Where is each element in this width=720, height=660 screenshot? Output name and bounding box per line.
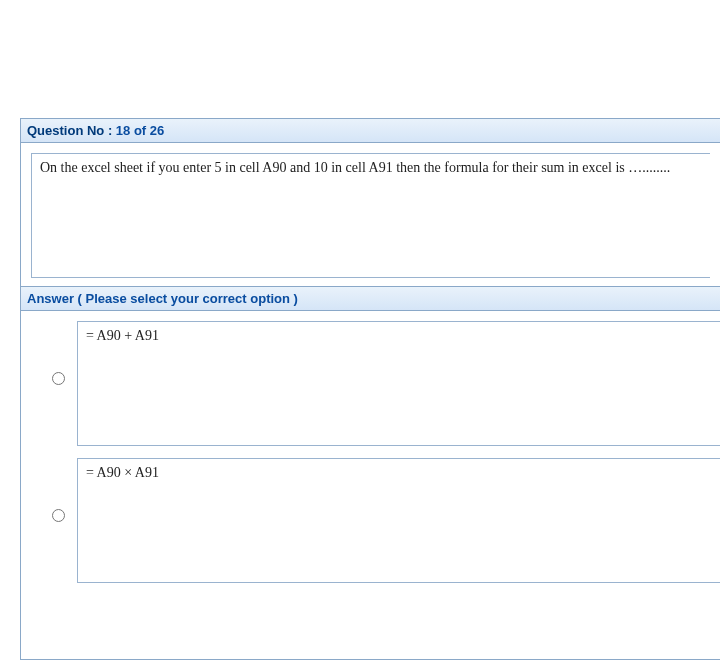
option-radio-2[interactable] [52,509,65,522]
question-text-box: On the excel sheet if you enter 5 in cel… [31,153,710,278]
option-radio-1[interactable] [52,372,65,385]
option-row: = A90 + A91 [37,321,720,446]
question-progress: 18 of 26 [116,123,164,138]
main-panel: Question No : 18 of 26 On the excel shee… [20,118,720,660]
option-text: = A90 × A91 [86,465,159,480]
question-text: On the excel sheet if you enter 5 in cel… [40,160,670,175]
option-row: = A90 × A91 [37,458,720,583]
question-header-label: Question No : [27,123,112,138]
option-box[interactable]: = A90 + A91 [77,321,720,446]
answer-header: Answer ( Please select your correct opti… [21,286,720,311]
quiz-container: Question No : 18 of 26 On the excel shee… [20,118,720,660]
answer-header-label: Answer ( Please select your correct opti… [27,291,298,306]
radio-cell [37,321,77,385]
radio-cell [37,458,77,522]
option-text: = A90 + A91 [86,328,159,343]
options-list: = A90 + A91 = A90 × A91 [21,311,720,583]
question-header: Question No : 18 of 26 [21,119,720,143]
option-box[interactable]: = A90 × A91 [77,458,720,583]
question-area: On the excel sheet if you enter 5 in cel… [21,143,720,278]
